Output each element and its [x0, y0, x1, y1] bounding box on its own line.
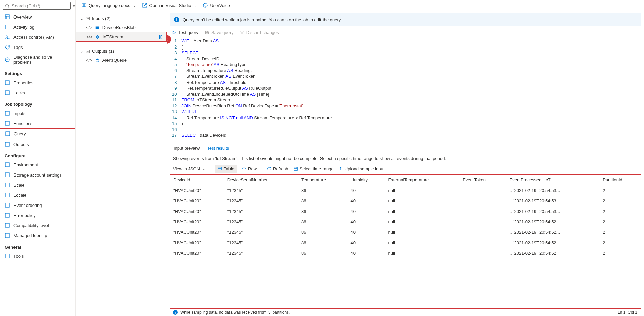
nav-item-query[interactable]: Query — [0, 128, 75, 139]
svg-rect-32 — [218, 167, 222, 170]
code-icon: </> — [86, 25, 92, 30]
inputs-group[interactable]: ⌄ Inputs (2) — [76, 14, 167, 23]
tab-input-preview[interactable]: Input preview — [173, 144, 200, 153]
table-cell: 86 — [298, 227, 347, 238]
table-header[interactable]: EventToken — [459, 175, 506, 185]
io-item-iotstream[interactable]: </>IoTStream — [76, 32, 167, 42]
nav-item-storage-account-settings[interactable]: Storage account settings — [0, 170, 75, 180]
nav-item-outputs[interactable]: Outputs — [0, 139, 75, 149]
table-header[interactable]: ExternalTemperature — [385, 175, 460, 185]
svg-point-0 — [6, 4, 9, 7]
nav-item-access-control-iam-[interactable]: Access control (IAM) — [0, 32, 75, 42]
nav-item-diagnose-and-solve-problems[interactable]: Diagnose and solve problems — [0, 52, 75, 67]
query-language-docs-link[interactable]: Query language docs⌄ — [81, 3, 136, 8]
nav-item-properties[interactable]: Properties — [0, 77, 75, 88]
nav-label: Functions — [13, 121, 32, 126]
nav-item-functions[interactable]: Functions — [0, 118, 75, 128]
table-cell: 2 — [599, 196, 641, 206]
nav-label: Tags — [13, 45, 23, 50]
outputs-group[interactable]: ⌄ Outputs (1) — [76, 46, 167, 56]
nav-item-overview[interactable]: Overview — [0, 12, 75, 22]
table-header[interactable]: Temperature — [298, 175, 347, 185]
sidebar: « OverviewActivity logAccess control (IA… — [0, 0, 76, 316]
table-row[interactable]: "HVACUnit20""12345"8640null.."2021-02-19… — [170, 196, 641, 206]
nav-item-locale[interactable]: Locale — [0, 190, 75, 200]
query-editor[interactable]: 1234567891011121314151617 WITH AlertData… — [170, 37, 641, 139]
results-table: DeviceIdDeviceSerialNumberTemperatureHum… — [170, 175, 641, 258]
nav-item-event-ordering[interactable]: Event ordering — [0, 200, 75, 210]
table-header[interactable]: DeviceSerialNumber — [224, 175, 298, 185]
table-header[interactable]: EventProcessedUtcT… — [506, 175, 599, 185]
table-cell: 2 — [599, 227, 641, 238]
nav-label: Tools — [13, 254, 24, 259]
view-table-button[interactable]: Table — [215, 165, 237, 173]
nav-item-error-policy[interactable]: Error policy — [0, 210, 75, 220]
info-icon: i — [174, 17, 179, 22]
table-cell — [459, 185, 506, 196]
svg-point-4 — [6, 36, 7, 37]
open-visual-studio-link[interactable]: Open in Visual Studio⌄ — [142, 3, 197, 8]
table-cell: 40 — [347, 206, 385, 217]
table-cell: 86 — [298, 238, 347, 248]
svg-rect-17 — [5, 193, 9, 197]
svg-point-23 — [203, 3, 207, 7]
svg-rect-16 — [5, 183, 9, 187]
table-row[interactable]: "HVACUnit20""12345"8640null.."2021-02-19… — [170, 248, 641, 258]
io-item-devicerulesblob[interactable]: </>DeviceRulesBlob — [76, 23, 167, 32]
table-header[interactable]: Humidity — [347, 175, 385, 185]
table-cell: "12345" — [224, 238, 298, 248]
nav-label: Activity log — [13, 25, 34, 30]
table-row[interactable]: "HVACUnit20""12345"8640null.."2021-02-19… — [170, 206, 641, 217]
collapse-sidebar-icon[interactable]: « — [73, 4, 75, 8]
nav-item-environment[interactable]: Environment — [0, 160, 75, 170]
table-cell: "HVACUnit20" — [170, 238, 224, 248]
table-cell: "HVACUnit20" — [170, 185, 224, 196]
table-header[interactable]: PartitionId — [599, 175, 641, 185]
test-query-button[interactable]: Test query — [172, 30, 198, 35]
search-box[interactable] — [3, 2, 71, 10]
search-input[interactable] — [12, 3, 68, 8]
table-cell: .."2021-02-19T20:54:52.… — [506, 217, 599, 227]
table-cell — [459, 227, 506, 238]
nav-item-managed-identity[interactable]: Managed Identity — [0, 230, 75, 241]
nav-icon — [5, 80, 10, 85]
nav-item-activity-log[interactable]: Activity log — [0, 22, 75, 32]
nav-icon — [5, 141, 10, 147]
nav-icon — [5, 131, 10, 136]
table-cell: null — [385, 238, 460, 248]
inputs-label: Inputs (2) — [92, 16, 111, 21]
code-area[interactable]: WITH AlertData AS(SELECT Stream.DeviceID… — [180, 37, 641, 139]
table-cell: .."2021-02-19T20:54:53.… — [506, 206, 599, 217]
table-row[interactable]: "HVACUnit20""12345"8640null.."2021-02-19… — [170, 238, 641, 248]
table-row[interactable]: "HVACUnit20""12345"8640null.."2021-02-19… — [170, 217, 641, 227]
nav-item-scale[interactable]: Scale — [0, 180, 75, 190]
table-cell: 2 — [599, 185, 641, 196]
view-raw-button[interactable]: Raw — [242, 166, 257, 171]
external-icon — [142, 3, 147, 8]
table-cell: "12345" — [224, 196, 298, 206]
uservoice-link[interactable]: UserVoice — [203, 3, 230, 8]
table-cell: "12345" — [224, 217, 298, 227]
refresh-button[interactable]: Refresh — [267, 166, 288, 171]
stream-icon — [95, 35, 100, 39]
smile-icon — [203, 3, 208, 8]
table-row[interactable]: "HVACUnit20""12345"8640null.."2021-02-19… — [170, 185, 641, 196]
select-time-range-button[interactable]: Select time range — [293, 166, 334, 171]
table-cell: 40 — [347, 217, 385, 227]
tab-test-results[interactable]: Test results — [206, 144, 230, 153]
nav-item-compatibility-level[interactable]: Compatibility level — [0, 220, 75, 230]
table-header[interactable]: DeviceId — [170, 175, 224, 185]
io-item-alertsqueue[interactable]: </>AlertsQueue — [76, 56, 167, 65]
table-cell: "12345" — [224, 248, 298, 258]
save-query-button: Save query — [205, 30, 234, 35]
nav-item-tools[interactable]: Tools — [0, 251, 75, 261]
table-row[interactable]: "HVACUnit20""12345"8640null.."2021-02-19… — [170, 227, 641, 238]
docs-label: Query language docs — [89, 3, 130, 8]
nav-item-tags[interactable]: Tags — [0, 42, 75, 52]
upload-sample-button[interactable]: Upload sample input — [338, 166, 385, 171]
view-json-button[interactable]: View in JSON⌄ — [173, 166, 205, 171]
results-table-wrapper[interactable]: DeviceIdDeviceSerialNumberTemperatureHum… — [170, 174, 641, 309]
nav-item-inputs[interactable]: Inputs — [0, 108, 75, 118]
nav-item-locks[interactable]: Locks — [0, 88, 75, 98]
line-gutter: 1234567891011121314151617 — [170, 37, 180, 139]
